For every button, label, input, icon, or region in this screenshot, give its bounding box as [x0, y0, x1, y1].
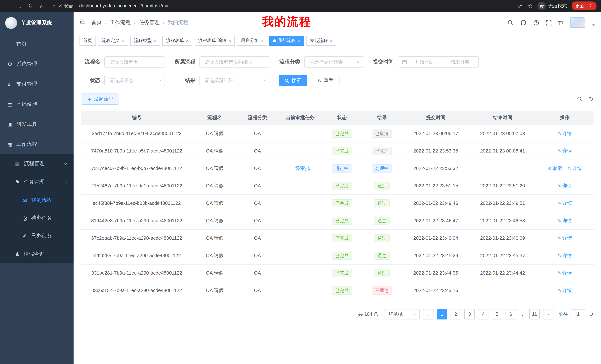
sidebar-item-infrastructure[interactable]: ▤基础设施	[0, 94, 74, 114]
breadcrumb-item-workflow[interactable]: 工作流程	[110, 19, 131, 26]
github-icon[interactable]	[520, 19, 527, 26]
tab-start-process[interactable]: 发起流程×	[306, 36, 336, 46]
tab-label: 我的流程	[278, 38, 296, 44]
reset-button[interactable]: ↻ 重置	[312, 75, 340, 86]
page-size-select[interactable]: 10条/页	[384, 309, 420, 319]
tab-close-icon[interactable]: ×	[229, 38, 231, 43]
sidebar-item-workflow[interactable]: ▦工作流程	[0, 134, 74, 154]
browser-update-button[interactable]: 更新 ⋮	[572, 1, 597, 10]
avatar[interactable]	[570, 18, 585, 28]
tab-close-icon[interactable]: ×	[121, 38, 124, 43]
fullscreen-icon[interactable]	[545, 19, 552, 26]
help-icon[interactable]	[533, 19, 539, 26]
cell-actions: ✎详情	[536, 282, 594, 299]
cell-id: 819442e8-7b9a-11ec-a290-acde48001122	[81, 212, 192, 229]
sidebar-item-devtools[interactable]: ▣研发工具	[0, 114, 74, 134]
cell-current-task	[278, 142, 322, 160]
browser-forward-icon[interactable]: →	[16, 3, 23, 9]
action-detail-link[interactable]: ✎详情	[558, 269, 572, 276]
action-cancel-link[interactable]: ⊘取消	[548, 165, 562, 172]
tab-close-icon[interactable]: ×	[186, 38, 189, 43]
page-button-5[interactable]: 5	[492, 309, 502, 319]
page-button-6[interactable]: 6	[506, 309, 516, 319]
sidebar-item-my-process[interactable]: ✉我的流程	[0, 192, 74, 209]
tab-user-group[interactable]: 用户分组×	[237, 36, 267, 46]
search-icon[interactable]	[507, 19, 513, 26]
cell-submit-time: 2022-01-23 00:06:17	[402, 125, 469, 142]
page-button-4[interactable]: 4	[478, 309, 489, 319]
process-def-input[interactable]	[200, 56, 270, 67]
action-detail-link[interactable]: ✎详情	[567, 165, 582, 172]
tab-close-icon[interactable]: ×	[154, 38, 156, 43]
status-select[interactable]: 请选择状态	[104, 75, 165, 86]
page-button-2[interactable]: 2	[451, 309, 461, 319]
process-name-input[interactable]	[104, 56, 165, 67]
tab-process-model[interactable]: 流程模型×	[130, 36, 160, 46]
tab-home[interactable]: 首页	[80, 36, 96, 46]
browser-back-icon[interactable]: ←	[4, 3, 12, 9]
refresh-table-icon[interactable]: ↻	[589, 96, 594, 102]
result-select[interactable]: 请选择流结果	[200, 75, 270, 86]
app-logo[interactable]: 芋道管理系统	[0, 12, 74, 34]
page-button-3[interactable]: 3	[464, 309, 475, 319]
next-page-button[interactable]: ›	[543, 309, 553, 319]
page-button-11[interactable]: 11	[529, 309, 540, 319]
password-key-icon[interactable]	[518, 3, 523, 9]
action-detail-link[interactable]: ✎详情	[558, 252, 572, 259]
action-detail-link[interactable]: ✎详情	[558, 147, 572, 154]
sidebar-item-payment[interactable]: ¥支付管理	[0, 74, 74, 94]
action-label: 详情	[562, 130, 572, 137]
cell-submit-time: 2022-01-22 23:45:29	[402, 247, 469, 264]
sidebar-item-done-task[interactable]: ✔已办任务	[0, 227, 74, 245]
cell-end-time: 2022-01-23 00:08:41	[469, 142, 536, 160]
action-detail-link[interactable]: ✎详情	[558, 182, 572, 189]
goto-page-input[interactable]	[571, 309, 586, 319]
tab-process-form-edit[interactable]: 流程表单-编辑×	[195, 36, 235, 46]
action-detail-link[interactable]: ✎详情	[558, 200, 572, 207]
breadcrumb-item-task-mgmt[interactable]: 任务管理	[139, 19, 160, 26]
cell-name: OA 请假	[192, 229, 237, 247]
action-detail-link[interactable]: ✎详情	[558, 287, 572, 294]
tab-my-process[interactable]: 我的流程×	[269, 36, 304, 46]
browser-home-icon[interactable]: ⌂	[38, 3, 45, 9]
incognito-label: 无痕模式	[548, 3, 567, 9]
start-process-button[interactable]: ＋ 发起流程	[81, 94, 119, 105]
address-bar[interactable]: ⚠ 不安全 dashboard.yudao.iocoder.cn/bpm/tas…	[52, 3, 168, 9]
category-select[interactable]: 请选择流程分类	[304, 56, 364, 67]
action-detail-link[interactable]: ✎详情	[558, 217, 572, 224]
cell-end-time	[469, 160, 536, 177]
action-label: 详情	[562, 147, 572, 154]
cell-id: 52ffd28e-7b9a-11ec-a290-acde48001122	[81, 247, 192, 264]
col-result: 结果	[361, 111, 402, 125]
toggle-search-icon[interactable]	[577, 96, 583, 102]
table-row: 03c6c157-7b9a-11ec-a290-acde48001122OA 请…	[81, 282, 594, 299]
tab-process-definition[interactable]: 流程定义×	[98, 36, 128, 46]
font-size-icon[interactable]: TT	[558, 19, 564, 26]
sidebar-item-system[interactable]: ⚙系统管理	[0, 54, 74, 74]
browser-menu-icon[interactable]: ⋮	[588, 3, 593, 9]
bookmark-star-icon[interactable]: ☆	[528, 3, 533, 9]
action-detail-link[interactable]: ✎详情	[558, 130, 572, 137]
category-label: 流程分类	[279, 59, 300, 65]
tab-close-icon[interactable]: ×	[260, 38, 263, 43]
sidebar-item-task-mgmt[interactable]: ⚑任务管理	[0, 173, 74, 192]
cell-result: 已取消	[361, 125, 402, 142]
search-button[interactable]: 搜索	[279, 75, 307, 86]
sidebar-item-leave-query[interactable]: ♟请假查询	[0, 245, 74, 263]
browser-reload-icon[interactable]: ↻	[27, 3, 34, 9]
pagination-ellipsis[interactable]: …	[519, 311, 526, 317]
tab-close-icon[interactable]: ×	[330, 38, 332, 43]
sidebar-item-process-mgmt[interactable]: ≣流程管理	[0, 154, 74, 173]
avatar-caret-down-icon[interactable]	[592, 25, 595, 26]
tab-close-icon[interactable]: ×	[298, 38, 300, 43]
page-button-1[interactable]: 1	[437, 309, 447, 319]
submit-time-range-picker[interactable]: 开始日期 - 结束日期	[398, 56, 479, 67]
breadcrumb-item-home[interactable]: 首页	[91, 19, 102, 26]
hamburger-icon[interactable]	[80, 19, 86, 27]
prev-page-button[interactable]: ‹	[423, 309, 433, 319]
sidebar-item-home[interactable]: ⌂首页	[0, 34, 74, 54]
action-detail-link[interactable]: ✎详情	[558, 235, 572, 241]
current-task-link[interactable]: 一级审批	[290, 165, 310, 171]
sidebar-item-todo-task[interactable]: ◎待办任务	[0, 209, 74, 227]
tab-process-form[interactable]: 流程表单×	[162, 36, 192, 46]
